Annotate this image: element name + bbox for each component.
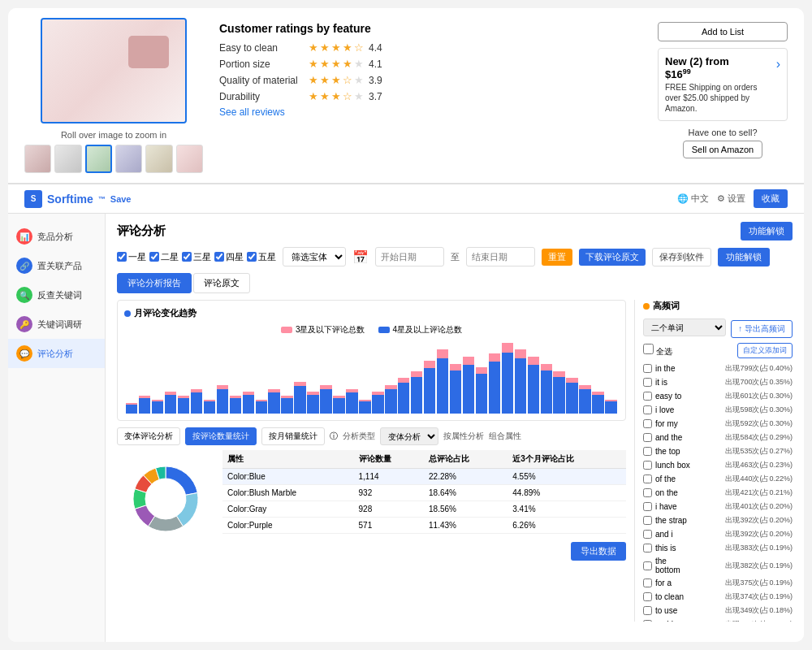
freq-term-checkbox[interactable] bbox=[643, 516, 652, 525]
checkbox-3star[interactable]: 三星 bbox=[182, 251, 211, 263]
new-from-box: New (2) from $1699 FREE Shipping on orde… bbox=[658, 48, 788, 121]
checkbox-2star-input[interactable] bbox=[149, 252, 159, 262]
freq-term-checkbox[interactable] bbox=[643, 578, 652, 587]
freq-term-checkbox[interactable] bbox=[643, 461, 652, 470]
donut-chart-wrapper bbox=[117, 450, 214, 551]
freq-term-checkbox[interactable] bbox=[643, 433, 652, 442]
add-to-list-button[interactable]: Add to List bbox=[658, 22, 788, 41]
freq-count-text: 出现700次(占0.35%) bbox=[692, 377, 793, 388]
freq-list-item: the bottom 出现382次(占0.19%) bbox=[643, 555, 793, 576]
freq-term-checkbox[interactable] bbox=[643, 392, 652, 401]
analysis-tab-monthly[interactable]: 按月销量统计 bbox=[261, 427, 325, 445]
price-display: $1699 bbox=[665, 67, 773, 80]
reset-button[interactable]: 重置 bbox=[542, 249, 572, 266]
see-all-reviews-link[interactable]: See all reviews bbox=[219, 106, 641, 118]
filter-select[interactable]: 筛选宝体 bbox=[283, 247, 346, 266]
thumbnail-2[interactable] bbox=[54, 145, 81, 173]
thumbnail-1[interactable] bbox=[24, 145, 51, 173]
language-button[interactable]: 🌐 中文 bbox=[677, 193, 709, 205]
keyword-research-icon: 🔑 bbox=[16, 316, 32, 332]
info-icon: ⓘ bbox=[330, 431, 338, 442]
sub-tab-report[interactable]: 评论分析报告 bbox=[117, 273, 192, 293]
download-button[interactable]: 下载评论原文 bbox=[579, 249, 646, 266]
thumbnail-5[interactable] bbox=[145, 145, 172, 173]
freq-term-checkbox[interactable] bbox=[643, 544, 652, 552]
stars-portion: ★ ★ ★ ★ ★ bbox=[309, 58, 364, 70]
sub-tab-reviews[interactable]: 评论原文 bbox=[193, 273, 250, 293]
main-product-image bbox=[41, 18, 187, 124]
analysis-tab-count[interactable]: 按评论数量统计 bbox=[185, 427, 257, 445]
export-high-freq-button[interactable]: ↑ 导出高频词 bbox=[731, 320, 793, 338]
freq-term-checkbox[interactable] bbox=[643, 405, 652, 414]
checkbox-4star[interactable]: 四星 bbox=[214, 251, 244, 263]
sidebar-item-keyword-research[interactable]: 🔑 关键词调研 bbox=[8, 310, 105, 339]
high-freq-title: 高频词 bbox=[643, 300, 793, 312]
checkbox-1star-input[interactable] bbox=[117, 252, 127, 262]
checkbox-5star-input[interactable] bbox=[247, 252, 257, 262]
sidebar-label-related: 置关联产品 bbox=[37, 260, 82, 272]
freq-term-checkbox[interactable] bbox=[643, 530, 652, 539]
freq-list-item: to clean 出现374次(占0.19%) bbox=[643, 590, 793, 604]
checkbox-3star-input[interactable] bbox=[182, 252, 192, 262]
freq-filter-row: 二个单词 ↑ 导出高频词 bbox=[643, 317, 793, 338]
freq-term-checkbox[interactable] bbox=[643, 502, 652, 511]
func-unlock-button[interactable]: 功能解锁 bbox=[741, 222, 793, 240]
freq-term-checkbox[interactable] bbox=[643, 419, 652, 428]
save-link[interactable]: Save bbox=[110, 194, 132, 204]
custom-add-button[interactable]: 自定义添加词 bbox=[737, 343, 793, 358]
filter-unlock-button[interactable]: 功能解锁 bbox=[718, 248, 770, 266]
sidebar-label-keyword-research: 关键词调研 bbox=[37, 318, 82, 331]
select-all-label[interactable]: 全选 bbox=[643, 344, 672, 358]
competitive-icon: 📊 bbox=[16, 228, 32, 245]
save-excel-button[interactable]: 保存到软件 bbox=[652, 248, 711, 266]
reviews-icon: 💬 bbox=[16, 345, 32, 362]
sell-on-amazon-button[interactable]: Sell on Amazon bbox=[683, 141, 762, 158]
star: ★ bbox=[309, 58, 318, 70]
chevron-right-icon[interactable]: › bbox=[776, 57, 780, 72]
checkbox-4star-input[interactable] bbox=[214, 252, 224, 262]
select-all-checkbox[interactable] bbox=[643, 344, 654, 354]
checkbox-2star[interactable]: 二星 bbox=[149, 251, 179, 263]
data-table-wrapper: 属性 评论数量 总评论占比 近3个月评论占比 Color:Blue1,11422… bbox=[222, 450, 626, 561]
freq-term-text: this is bbox=[655, 544, 676, 552]
left-col: 月评论变化趋势 3星及以下评论总数 4星及以上评论总数 bbox=[117, 300, 626, 622]
freq-term-checkbox[interactable] bbox=[643, 378, 652, 387]
thumbnail-3[interactable] bbox=[85, 145, 112, 173]
star-half: ☆ bbox=[343, 90, 352, 102]
collect-button[interactable]: 收藏 bbox=[754, 189, 788, 208]
thumbnail-6[interactable] bbox=[176, 145, 203, 173]
freq-term: the top bbox=[643, 447, 692, 456]
content-area: 📊 竞品分析 🔗 置关联产品 🔍 反查关键词 🔑 关键词调研 💬 评论分析 bbox=[8, 214, 804, 642]
freq-list-item: and ! 出现346次(占0.17%) bbox=[643, 618, 793, 622]
freq-term-checkbox[interactable] bbox=[643, 447, 652, 456]
freq-term-checkbox[interactable] bbox=[643, 592, 652, 601]
chart-legend: 3星及以下评论总数 4星及以上评论总数 bbox=[124, 324, 619, 336]
freq-term-checkbox[interactable] bbox=[643, 474, 652, 483]
freq-term: this is bbox=[643, 544, 692, 552]
sidebar-item-competitive[interactable]: 📊 竞品分析 bbox=[8, 222, 105, 251]
freq-term-checkbox[interactable] bbox=[643, 561, 652, 570]
settings-label: 设置 bbox=[728, 193, 745, 205]
date-end-input[interactable] bbox=[466, 247, 535, 266]
freq-term-checkbox[interactable] bbox=[643, 364, 652, 373]
sidebar-item-related[interactable]: 🔗 置关联产品 bbox=[8, 251, 105, 280]
freq-term-text: the top bbox=[655, 447, 680, 456]
analysis-tab-variant[interactable]: 变体评论分析 bbox=[117, 427, 180, 445]
date-separator: 至 bbox=[451, 251, 460, 263]
star: ★ bbox=[320, 74, 330, 86]
thumbnail-4[interactable] bbox=[115, 145, 142, 173]
freq-words-select[interactable]: 二个单词 bbox=[643, 318, 726, 336]
settings-button[interactable]: ⚙ 设置 bbox=[717, 193, 745, 205]
sidebar-item-keywords[interactable]: 🔍 反查关键词 bbox=[8, 280, 105, 310]
analysis-type-select[interactable]: 变体分析 bbox=[380, 427, 438, 445]
analysis-tabs-row: 变体评论分析 按评论数量统计 按月销量统计 ⓘ 分析类型 变体分析 按属性分析 … bbox=[117, 427, 626, 445]
export-data-button[interactable]: 导出数据 bbox=[571, 542, 626, 561]
freq-term-checkbox[interactable] bbox=[643, 620, 652, 622]
sorftime-toolbar: S Sorftime ™ Save 🌐 中文 ⚙ 设置 收藏 bbox=[8, 184, 804, 214]
freq-term-checkbox[interactable] bbox=[643, 488, 652, 497]
date-start-input[interactable] bbox=[375, 247, 444, 266]
freq-term-checkbox[interactable] bbox=[643, 606, 652, 615]
checkbox-5star[interactable]: 五星 bbox=[247, 251, 276, 263]
checkbox-1star[interactable]: 一星 bbox=[117, 251, 146, 263]
sidebar-item-reviews[interactable]: 💬 评论分析 bbox=[8, 339, 105, 368]
